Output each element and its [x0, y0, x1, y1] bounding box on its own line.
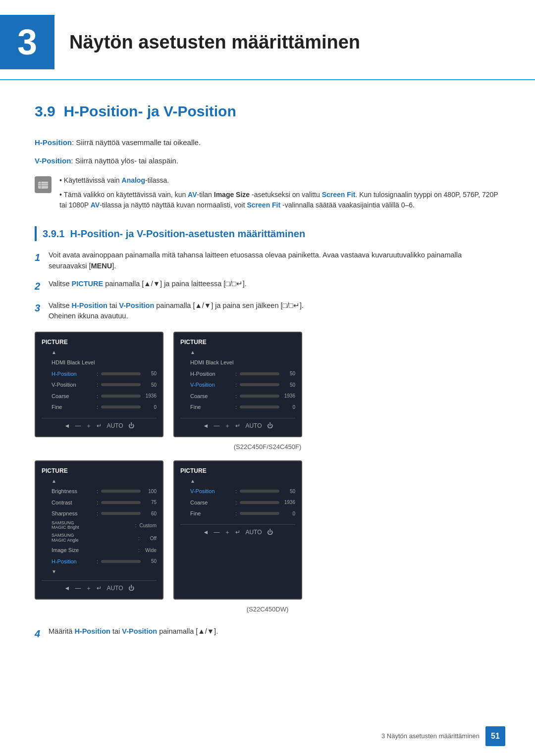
monitor-top-left: PICTURE ▲ HDMI Black Level H-Position : …	[35, 332, 163, 437]
monitor-pair-bottom: PICTURE ▲ Brightness : 100 Contrast :	[35, 460, 500, 600]
step-3: 3 Valitse H-Position tai V-Position pain…	[35, 301, 500, 322]
steps-list: 1 Voit avata avainoppaan painamalla mitä…	[35, 250, 500, 322]
back-icon: ◄	[64, 421, 70, 430]
menu-item-brightness-bl: Brightness : 100	[42, 486, 157, 497]
monitor-pair-top: PICTURE ▲ HDMI Black Level H-Position : …	[35, 332, 500, 437]
footer-page-number: 51	[485, 726, 505, 746]
caption-bottom: (S22C450DW)	[35, 605, 500, 614]
menu-item-hpos-tl: H-Position : 50	[42, 368, 157, 380]
note-lines: Käytettävissä vain Analog-tilassa. Tämä …	[59, 175, 500, 210]
back-icon-br: ◄	[203, 528, 209, 537]
note-line-2: Tämä valikko on käytettävissä vain, kun …	[59, 190, 500, 210]
monitor-footer-tl: ◄ — ＋ ↵ AUTO ⏻	[42, 418, 157, 430]
back-icon-tr: ◄	[203, 421, 209, 430]
menu-item-fine-br: Fine : 0	[180, 508, 295, 519]
menu-item-magic-bright-bl: SAMSUNGMAGIC Bright : Custom	[42, 519, 157, 532]
menu-item-vpos-tr: V-Position : 50	[180, 379, 295, 391]
chapter-number: 3	[0, 15, 54, 69]
menu-item-coarse-tr: Coarse : 1936	[180, 391, 295, 402]
chapter-header: 3 Näytön asetusten määrittäminen	[0, 0, 535, 80]
power-icon: ⏻	[128, 421, 134, 430]
menu-title-tr: PICTURE	[180, 338, 295, 347]
menu-item-sharpness-bl: Sharpness : 60	[42, 508, 157, 519]
monitor-bottom-right: PICTURE ▲ V-Position : 50 Coarse :	[173, 460, 302, 600]
minus-icon-br: —	[214, 528, 219, 537]
subsection-heading: 3.9.1 H-Position- ja V-Position-asetuste…	[35, 226, 500, 241]
monitor-top-right: PICTURE ▲ HDMI Black Level H-Position : …	[173, 332, 302, 437]
menu-item-coarse-br: Coarse : 1936	[180, 497, 295, 508]
menu-item-hdmi-tr: HDMI Black Level	[180, 357, 295, 368]
plus-icon-tr: ＋	[224, 421, 230, 430]
menu-item-magic-angle-bl: SAMSUNGMAGIC Angle : Off	[42, 532, 157, 545]
plus-icon-br: ＋	[224, 528, 230, 537]
menu-item-hpos-tr: H-Position : 50	[180, 368, 295, 380]
step-4: 4 Määritä H-Position tai V-Position pain…	[35, 626, 500, 641]
plus-icon-bl: ＋	[86, 584, 92, 593]
menu-item-hpos-bl: H-Position : 50	[42, 556, 157, 567]
enter-icon-br: ↵	[235, 528, 240, 537]
plus-icon: ＋	[86, 421, 92, 430]
note-line-1: Käytettävissä vain Analog-tilassa.	[59, 175, 500, 186]
monitor-footer-br: ◄ — ＋ ↵ AUTO ⏻	[180, 524, 295, 537]
menu-item-imagesize-bl: Image Size : Wide	[42, 545, 157, 556]
minus-icon-tr: —	[214, 421, 219, 430]
menu-item-hdmi-tl: HDMI Black Level	[42, 357, 157, 368]
power-icon-tr: ⏻	[267, 421, 273, 430]
arrow-up-bl: ▲	[42, 477, 157, 485]
auto-label-bl: AUTO	[107, 584, 123, 593]
chapter-title: Näytön asetusten määrittäminen	[69, 28, 360, 56]
v-position-desc: V-Position: Siirrä näyttöä ylös- tai ala…	[35, 155, 500, 167]
auto-label-br: AUTO	[245, 528, 262, 537]
menu-item-vpos-tl: V-Position : 50	[42, 379, 157, 391]
page-footer: 3 Näytön asetusten määrittäminen 51	[381, 726, 505, 746]
menu-item-coarse-tl: Coarse : 1936	[42, 391, 157, 402]
menu-title-br: PICTURE	[180, 466, 295, 475]
menu-title-bl: PICTURE	[42, 466, 157, 475]
monitor-footer-tr: ◄ — ＋ ↵ AUTO ⏻	[180, 418, 295, 430]
auto-label-tr: AUTO	[245, 421, 262, 430]
power-icon-bl: ⏻	[128, 584, 134, 593]
arrow-up-tr: ▲	[180, 349, 295, 356]
menu-item-vpos-br: V-Position : 50	[180, 486, 295, 497]
footer-chapter-label: 3 Näytön asetusten määrittäminen	[381, 731, 480, 741]
minus-icon-bl: —	[75, 584, 81, 593]
back-icon-bl: ◄	[64, 584, 70, 593]
section-heading: 3.9 H-Position- ja V-Position	[35, 100, 500, 122]
step-1: 1 Voit avata avainoppaan painamalla mitä…	[35, 250, 500, 272]
monitor-footer-bl: ◄ — ＋ ↵ AUTO ⏻	[42, 580, 157, 593]
caption-top: (S22C450F/S24C450F)	[35, 442, 500, 452]
monitor-bottom-left: PICTURE ▲ Brightness : 100 Contrast :	[35, 460, 163, 600]
minus-icon: —	[75, 421, 81, 430]
enter-icon-bl: ↵	[97, 584, 102, 593]
enter-icon-tr: ↵	[235, 421, 240, 430]
step-2: 2 Valitse PICTURE painamalla [▲/▼] ja pa…	[35, 279, 500, 294]
power-icon-br: ⏻	[267, 528, 273, 537]
h-position-desc: H-Position: Siirrä näyttöä vasemmalle ta…	[35, 137, 500, 149]
menu-item-fine-tr: Fine : 0	[180, 402, 295, 413]
enter-icon: ↵	[97, 421, 102, 430]
note-block: Käytettävissä vain Analog-tilassa. Tämä …	[35, 175, 500, 210]
note-icon	[35, 176, 52, 193]
svg-rect-0	[38, 182, 48, 189]
menu-item-fine-tl: Fine : 0	[42, 402, 157, 413]
menu-title-tl: PICTURE	[42, 338, 157, 347]
menu-item-contrast-bl: Contrast : 75	[42, 497, 157, 508]
main-content: 3.9 H-Position- ja V-Position H-Position…	[0, 100, 535, 688]
arrow-up-tl: ▲	[42, 349, 157, 356]
auto-label: AUTO	[107, 421, 123, 430]
pencil-icon	[38, 179, 49, 190]
arrow-up-br: ▲	[180, 477, 295, 485]
